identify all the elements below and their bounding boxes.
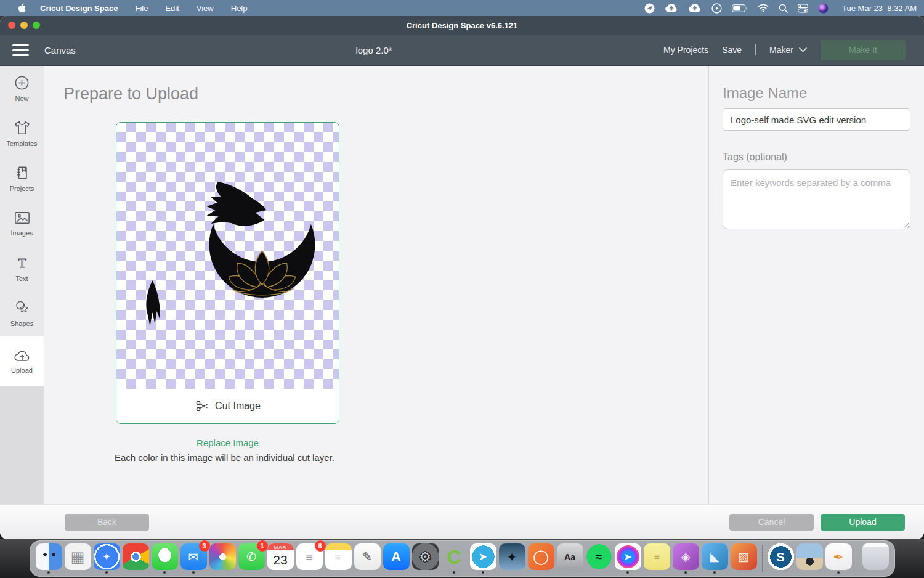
upload-cloud-icon [13, 348, 31, 363]
dock-icon-textedit[interactable]: ✎ [353, 543, 382, 576]
app-icon-tile: ≈ [586, 543, 612, 570]
dock-icon-affinity-designer[interactable]: ◣ [700, 543, 729, 576]
chevron-down-icon [799, 47, 807, 52]
upload-button[interactable]: Upload [821, 514, 905, 531]
sidebar-item-templates[interactable]: Templates [0, 111, 44, 156]
sidebar-filler [0, 386, 44, 504]
machine-label: Maker [769, 45, 793, 55]
dock-icon-spotify[interactable]: ≈ [585, 543, 614, 576]
paper-plane-icon[interactable] [644, 3, 655, 14]
sidebar-label: Upload [11, 367, 33, 374]
dock-icon-zen-app[interactable]: ◯ [527, 543, 556, 576]
canvas-label[interactable]: Canvas [44, 45, 76, 55]
menubar-app-name[interactable]: Cricut Design Space [40, 4, 118, 13]
dock-icon-launchpad[interactable]: ▦ [63, 543, 92, 576]
dock-icon-messenger[interactable]: ➤ [614, 543, 642, 576]
app-icon-tile: ◯ [528, 543, 554, 570]
dock-icon-kindle[interactable]: ✦ [498, 543, 527, 576]
desktop-wallpaper: ▦ ✦ [0, 539, 924, 578]
image-preview [116, 123, 339, 389]
sidebar-item-text[interactable]: T Text [0, 246, 44, 291]
sidebar-item-upload[interactable]: Upload [0, 336, 44, 386]
play-circle-icon[interactable] [711, 3, 722, 14]
cut-image-label: Cut Image [215, 401, 261, 412]
dock-icon-chrome[interactable] [121, 543, 150, 576]
menu-help[interactable]: Help [231, 4, 248, 13]
app-icon-tile: ✉ 3 [180, 543, 207, 570]
save-link[interactable]: Save [722, 45, 742, 55]
search-icon[interactable] [779, 4, 788, 13]
sidebar-item-shapes[interactable]: Shapes [0, 291, 44, 336]
sidebar-item-new[interactable]: New [0, 66, 44, 111]
wifi-icon[interactable] [758, 4, 769, 12]
running-indicator-dot [453, 571, 455, 574]
dock-icon-trash[interactable] [861, 543, 890, 570]
text-icon: T [14, 255, 30, 271]
app-icon-tile: ▦ [65, 543, 91, 570]
apple-menu-icon[interactable] [17, 2, 26, 14]
image-name-input[interactable] [723, 108, 910, 131]
menu-file[interactable]: File [135, 4, 148, 13]
tshirt-icon [14, 120, 31, 136]
control-center-icon[interactable] [798, 4, 808, 13]
dock-icon-mail[interactable]: ✉ 3 [179, 543, 208, 576]
sidebar-label: Shapes [10, 320, 33, 327]
dock-icon-safari[interactable]: ✦ [92, 543, 121, 576]
menu-edit[interactable]: Edit [165, 4, 179, 13]
bottom-action-bar: Back Cancel Upload [0, 504, 924, 539]
sidebar-label: Projects [10, 185, 34, 192]
menu-view[interactable]: View [197, 4, 214, 13]
tags-textarea[interactable] [723, 169, 910, 229]
dock-icon-photos[interactable] [208, 543, 237, 576]
sidebar-label: Images [10, 229, 33, 237]
app-icon-tile: ✆ 1 [238, 543, 265, 570]
sidebar-item-images[interactable]: Images [0, 201, 44, 246]
menubar-clock[interactable]: Tue Mar 23 8:32 AM [842, 4, 917, 13]
app-icon-tile: A [383, 543, 410, 570]
dock-icon-facetime[interactable]: ✆ 1 [237, 543, 266, 576]
running-indicator-dot [47, 571, 50, 574]
hamburger-menu-icon[interactable] [12, 44, 29, 56]
minimize-window-button[interactable] [20, 22, 28, 29]
dock-icon-system-preferences[interactable]: ⚙ [411, 543, 440, 576]
dock-icon-calendar[interactable]: MAR 23 [266, 543, 295, 576]
sidebar-label: Text [15, 275, 28, 282]
dock-icon-telegram[interactable]: ➤ [469, 543, 498, 576]
dock-icon-notes[interactable]: ≡ [324, 543, 353, 576]
battery-icon[interactable] [732, 4, 748, 12]
image-details-panel: Image Name Tags (optional) [708, 66, 924, 504]
sidebar-item-projects[interactable]: Projects [0, 156, 44, 201]
dock-icon-preview[interactable] [795, 543, 824, 576]
dock-icon-smallpdf[interactable]: S [766, 543, 795, 576]
dock-icon-font-book[interactable]: Aa [556, 543, 585, 576]
machine-selector[interactable]: Maker [769, 45, 807, 55]
notification-badge: 1 [257, 540, 268, 552]
notebook-icon [14, 165, 30, 181]
cloud-upload-icon[interactable] [665, 3, 678, 13]
back-button[interactable]: Back [65, 514, 149, 531]
running-indicator-dot [163, 571, 166, 574]
dock-icon-affinity-photo[interactable]: ◈ [671, 543, 700, 576]
running-indicator-dot [684, 571, 687, 574]
siri-icon[interactable] [818, 3, 829, 14]
dock-icon-finder[interactable] [34, 543, 63, 576]
cloud-upload-icon-2[interactable] [688, 3, 702, 13]
make-it-button[interactable]: Make It [821, 40, 906, 60]
sidebar-label: Templates [6, 140, 37, 147]
close-window-button[interactable] [8, 22, 15, 29]
cancel-button[interactable]: Cancel [729, 514, 814, 531]
app-icon-tile: ⚙ [412, 543, 439, 570]
dock-icon-pages[interactable]: ✒ [824, 543, 853, 576]
dock-icon-messages[interactable] [150, 543, 179, 576]
cut-image-tab[interactable]: Cut Image [116, 389, 339, 423]
app-icon-tile [123, 543, 149, 570]
zoom-window-button[interactable] [33, 22, 40, 29]
my-projects-link[interactable]: My Projects [663, 45, 708, 55]
dock-icon-affinity-publisher[interactable]: ▨ [729, 543, 758, 576]
replace-image-link[interactable]: Replace Image [116, 438, 339, 448]
dock-icon-appstore[interactable]: A [382, 543, 411, 576]
cut-layer-caption: Each color in this image will be an indi… [115, 452, 334, 463]
dock-icon-cricut[interactable]: C [440, 543, 469, 576]
dock-icon-stickies[interactable]: ≡ [642, 543, 671, 576]
dock-icon-reminders[interactable]: ≡ 8 [295, 543, 324, 576]
